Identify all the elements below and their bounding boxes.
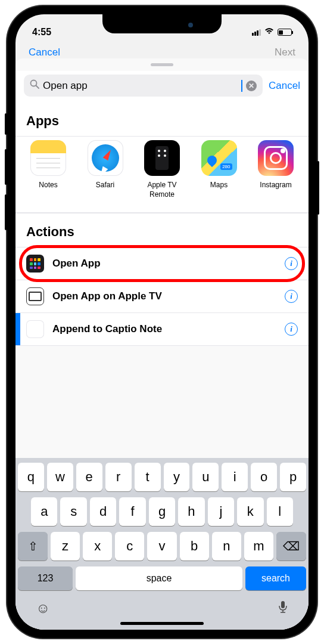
action-append-captio[interactable]: Append to Captio Note i (15, 313, 309, 346)
action-label: Open App on Apple TV (52, 290, 276, 302)
device-screen: 4:55 Cancel Next Open (15, 14, 309, 630)
key-d[interactable]: d (90, 497, 116, 526)
key-w[interactable]: w (47, 463, 73, 491)
key-g[interactable]: g (149, 497, 175, 526)
dictation-button[interactable] (278, 600, 288, 618)
device-notch (102, 14, 222, 33)
key-u[interactable]: u (192, 463, 219, 491)
app-appletv-remote[interactable]: Apple TV Remote (138, 140, 186, 199)
key-search[interactable]: search (245, 566, 306, 590)
battery-icon (278, 29, 292, 36)
key-r[interactable]: r (105, 463, 132, 491)
svg-rect-2 (281, 601, 285, 608)
search-box[interactable]: Open app ✕ (24, 75, 263, 97)
key-n[interactable]: n (212, 532, 241, 561)
clear-search-button[interactable]: ✕ (246, 80, 257, 91)
key-space[interactable]: space (76, 566, 242, 590)
key-y[interactable]: y (164, 463, 190, 491)
keyboard-row-1: q w e r t y u i o p (18, 463, 306, 491)
keyboard-row-4: 123 space search (18, 566, 306, 590)
cellular-signal-icon (252, 29, 261, 36)
action-open-app[interactable]: Open App i (15, 247, 309, 280)
notes-icon (30, 140, 66, 176)
apps-row: Notes Safari Apple TV Remote Maps (15, 136, 309, 213)
status-icons (252, 28, 292, 36)
emoji-button[interactable]: ☺ (36, 600, 51, 618)
info-button[interactable]: i (285, 323, 298, 336)
app-instagram[interactable]: Instagram (251, 140, 300, 199)
app-maps[interactable]: Maps (195, 140, 244, 199)
actions-section-header: Actions (15, 213, 309, 247)
svg-line-1 (36, 86, 39, 89)
key-numbers[interactable]: 123 (18, 566, 73, 590)
info-button[interactable]: i (285, 257, 298, 270)
maps-icon (201, 140, 237, 176)
key-x[interactable]: x (83, 532, 112, 561)
key-k[interactable]: k (237, 497, 263, 526)
status-time: 4:55 (32, 27, 51, 38)
cancel-button[interactable]: Cancel (269, 80, 300, 92)
key-q[interactable]: q (18, 463, 44, 491)
app-safari[interactable]: Safari (81, 140, 130, 199)
device-frame: 4:55 Cancel Next Open (7, 6, 317, 638)
key-backspace[interactable]: ⌫ (276, 532, 306, 561)
wifi-icon (264, 28, 274, 36)
keyboard: q w e r t y u i o p a s d f g h (15, 458, 309, 630)
apps-section-header: Apps (15, 103, 309, 136)
action-open-app-appletv[interactable]: Open App on Apple TV i (15, 280, 309, 313)
key-p[interactable]: p (280, 463, 306, 491)
key-m[interactable]: m (244, 532, 273, 561)
home-indicator[interactable] (120, 622, 204, 625)
app-label: Safari (96, 181, 114, 190)
action-label: Open App (52, 258, 276, 270)
appletv-remote-icon (144, 140, 180, 176)
key-f[interactable]: f (119, 497, 145, 526)
key-z[interactable]: z (51, 532, 80, 561)
app-label: Instagram (260, 181, 291, 190)
key-l[interactable]: l (267, 497, 293, 526)
key-i[interactable]: i (222, 463, 248, 491)
key-h[interactable]: h (178, 497, 204, 526)
actions-list: Open App i Open App on Apple TV i Append… (15, 247, 309, 346)
action-label: Append to Captio Note (52, 323, 276, 335)
background-nav: Cancel Next (15, 44, 309, 58)
key-o[interactable]: o (251, 463, 277, 491)
safari-icon (88, 140, 123, 176)
app-label: Notes (39, 181, 57, 190)
search-sheet: Open app ✕ Cancel Apps Notes Safari (15, 58, 309, 630)
key-a[interactable]: a (31, 497, 57, 526)
key-v[interactable]: v (147, 532, 176, 561)
key-e[interactable]: e (76, 463, 102, 491)
open-app-icon (26, 255, 44, 273)
keyboard-row-3: ⇧ z x c v b n m ⌫ (18, 532, 306, 561)
search-icon (30, 79, 39, 92)
app-label: Apple TV Remote (138, 181, 186, 199)
key-t[interactable]: t (135, 463, 161, 491)
bg-cancel: Cancel (29, 47, 60, 58)
app-label: Maps (210, 181, 228, 190)
key-s[interactable]: s (60, 497, 86, 526)
key-b[interactable]: b (180, 532, 209, 561)
text-cursor (241, 80, 242, 92)
search-input[interactable]: Open app (43, 80, 238, 92)
info-button[interactable]: i (285, 290, 298, 303)
captio-icon (26, 320, 44, 338)
search-row: Open app ✕ Cancel (15, 71, 309, 103)
key-c[interactable]: c (115, 532, 144, 561)
appletv-app-icon (26, 287, 44, 305)
instagram-icon (258, 140, 294, 176)
key-j[interactable]: j (208, 497, 234, 526)
app-notes[interactable]: Notes (24, 140, 73, 199)
keyboard-row-2: a s d f g h j k l (18, 497, 306, 526)
sheet-grabber[interactable] (151, 63, 173, 66)
bg-next: Next (275, 47, 295, 58)
key-shift[interactable]: ⇧ (18, 532, 48, 561)
